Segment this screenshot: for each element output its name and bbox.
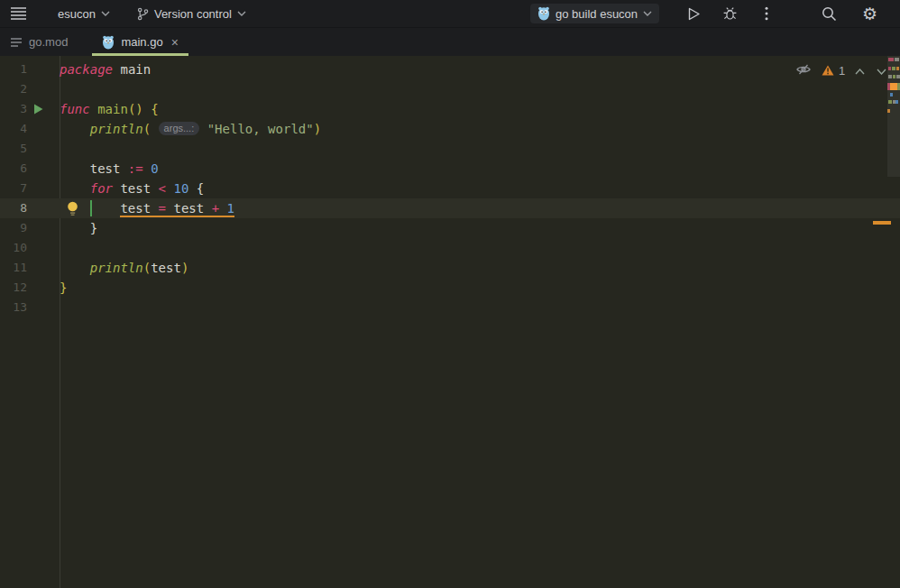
run-function-gutter-icon[interactable] (27, 99, 60, 119)
chevron-down-icon (237, 11, 246, 16)
run-play-icon (33, 104, 43, 115)
tab-close-icon[interactable]: × (171, 36, 179, 49)
code-token: test (60, 161, 128, 176)
code-token (143, 102, 151, 116)
code-token: = (159, 201, 166, 216)
chevron-up-icon (855, 69, 865, 75)
minimap-mark (888, 58, 894, 61)
code-line-4[interactable]: 4 println( args...: "Hello, world") (0, 119, 900, 139)
project-selector[interactable]: esucon (53, 5, 115, 23)
code-text: test := 0 (60, 159, 159, 179)
gutter-icon-slot (27, 79, 60, 99)
main-menu-button[interactable] (5, 4, 32, 23)
minimap-mark (896, 75, 900, 78)
gutter-icon-slot (27, 278, 60, 298)
minimap-mark (890, 83, 897, 90)
code-line-2[interactable]: 2 (0, 79, 900, 99)
git-branch-icon (137, 7, 149, 21)
code-token (60, 261, 90, 275)
warning-underlined-code: test = test + 1 (120, 201, 234, 217)
code-line-13[interactable]: 13 (0, 298, 900, 317)
code-token (90, 102, 97, 116)
go-gopher-icon (102, 35, 115, 50)
hide-highlights-button[interactable] (795, 62, 812, 79)
code-token (151, 122, 158, 136)
gutter-icon-slot (27, 198, 60, 218)
minimap-mark (895, 58, 899, 61)
tab-label: go.mod (29, 35, 68, 49)
code-line-6[interactable]: 6 test := 0 (0, 159, 900, 179)
code-token: 1 (227, 201, 234, 216)
code-token: test (113, 181, 159, 196)
code-line-10[interactable]: 10 (0, 238, 900, 258)
go-mod-file-icon (10, 36, 23, 49)
minimap-mark (895, 100, 898, 104)
code-line-8[interactable]: 8 test = test + 1 (0, 198, 900, 218)
code-token: { (151, 102, 158, 116)
run-play-icon (687, 7, 701, 21)
gutter-icon-slot (27, 218, 60, 238)
next-problem-button[interactable] (877, 63, 886, 78)
tab-go-mod[interactable]: go.mod (0, 28, 78, 56)
main-toolbar: esucon Version control (0, 0, 900, 28)
line-number: 1 (0, 60, 27, 79)
settings-button[interactable]: ⚙ (858, 3, 882, 24)
code-line-7[interactable]: 7 for test < 10 { (0, 179, 900, 198)
hamburger-menu-icon (10, 6, 27, 21)
code-line-12[interactable]: 12} (0, 278, 900, 298)
code-line-5[interactable]: 5 (0, 139, 900, 159)
code-token: + (212, 201, 219, 216)
warnings-indicator[interactable]: 1 (822, 64, 845, 78)
code-token: test (151, 261, 181, 275)
code-token: ) (181, 261, 188, 275)
code-token: 0 (151, 161, 158, 176)
gutter-icon-slot (27, 119, 60, 139)
tab-gap (78, 28, 92, 56)
chevron-down-icon (877, 69, 886, 75)
code-token: < (159, 181, 166, 196)
code-token: "Hello, world" (207, 122, 314, 136)
gutter-icon-slot (27, 60, 60, 79)
code-text: println(test) (60, 258, 188, 278)
code-token: ( (143, 122, 151, 136)
gutter-icon-slot (27, 139, 60, 159)
vcs-selector[interactable]: Version control (133, 5, 251, 23)
code-token: package (60, 62, 113, 77)
more-actions-button[interactable] (760, 4, 773, 23)
warning-count: 1 (839, 64, 845, 78)
code-token: } (60, 221, 97, 235)
code-line-3[interactable]: 3func main() { (0, 99, 900, 119)
code-editor[interactable]: 1package main23func main() {4 println( a… (0, 56, 900, 588)
kebab-menu-icon (765, 6, 768, 21)
toolbar-left-group: esucon Version control (5, 0, 251, 27)
search-icon (822, 6, 837, 22)
code-text: println( args...: "Hello, world") (60, 119, 321, 139)
chevron-down-icon (101, 11, 110, 16)
code-token: 10 (173, 181, 188, 196)
code-token: main (97, 102, 128, 116)
code-line-11[interactable]: 11 println(test) (0, 258, 900, 278)
minimap-mark (896, 67, 899, 70)
run-button[interactable] (683, 5, 705, 23)
code-text: } (60, 218, 97, 238)
line-number: 6 (0, 159, 27, 179)
error-stripe-minimap (887, 56, 900, 119)
gutter-icon-slot (27, 258, 60, 278)
parameter-hint: args...: (159, 122, 200, 135)
debug-button[interactable] (718, 4, 742, 23)
error-stripe-warning-mark[interactable] (873, 221, 891, 225)
code-token (219, 201, 226, 216)
code-token (60, 122, 90, 136)
previous-problem-button[interactable] (855, 63, 865, 78)
project-name: esucon (58, 7, 96, 21)
search-everywhere-button[interactable] (817, 4, 841, 24)
run-configuration-selector[interactable]: go build esucon (530, 4, 659, 23)
code-line-9[interactable]: 9 } (0, 218, 900, 238)
line-number: 4 (0, 119, 27, 139)
go-gopher-icon (537, 6, 550, 21)
tab-main-go[interactable]: main.go × (92, 28, 188, 56)
minimap-mark (893, 75, 895, 78)
code-line-1[interactable]: 1package main (0, 60, 900, 79)
code-token (151, 201, 158, 216)
gutter-icon-slot (27, 179, 60, 198)
